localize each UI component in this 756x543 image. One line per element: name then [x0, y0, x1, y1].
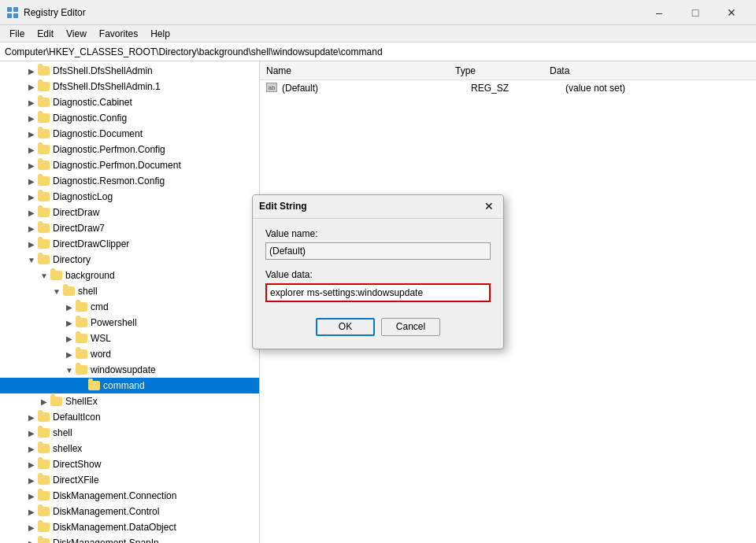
folder-icon — [76, 333, 88, 344]
expand-toggle[interactable]: ▶ — [25, 206, 38, 219]
tree-item-word[interactable]: ▶ word — [0, 346, 259, 362]
expand-toggle[interactable]: ▶ — [25, 127, 38, 140]
expand-toggle[interactable]: ▶ — [25, 537, 38, 543]
expand-toggle[interactable]: ▶ — [25, 112, 38, 124]
tree-item-diagnostic-config[interactable]: ▶ Diagnostic.Config — [0, 110, 259, 126]
menu-help[interactable]: Help — [144, 27, 176, 41]
tree-item-label: Diagnostic.Config — [53, 113, 127, 124]
tree-item-label: cmd — [91, 301, 109, 312]
tree-panel[interactable]: ▶ DfsShell.DfsShellAdmin ▶ DfsShell.DfsS… — [0, 61, 260, 543]
menu-view[interactable]: View — [60, 27, 93, 41]
tree-item-directdraw[interactable]: ▶ DirectDraw — [0, 205, 259, 220]
expand-toggle[interactable]: ▶ — [63, 316, 76, 329]
tree-item-diagnostic-perfmon-document[interactable]: ▶ Diagnostic.Perfmon.Document — [0, 157, 259, 173]
expand-toggle[interactable]: ▼ — [63, 364, 76, 376]
folder-icon — [38, 207, 50, 218]
tree-item-diskmgmt-snapin[interactable]: ▶ DiskManagement.SnapIn — [0, 535, 259, 543]
cancel-button[interactable]: Cancel — [381, 318, 440, 336]
tree-item-diagnostic-document[interactable]: ▶ Diagnostic.Document — [0, 126, 259, 142]
folder-icon — [38, 238, 50, 249]
table-row-default[interactable]: ab (Default) REG_SZ (value not set) — [260, 80, 756, 96]
folder-icon — [76, 364, 88, 375]
modal-close-button[interactable]: ✕ — [481, 198, 497, 214]
maximize-button[interactable]: □ — [677, 0, 713, 25]
expand-toggle[interactable]: ▼ — [25, 253, 38, 266]
folder-icon — [76, 349, 88, 360]
tree-item-label: DefaultIcon — [53, 412, 101, 423]
expand-toggle[interactable]: ▶ — [25, 411, 38, 423]
expand-toggle[interactable]: ▶ — [25, 175, 38, 187]
tree-item-label: background — [65, 270, 115, 281]
tree-item-diskmgmt-connection[interactable]: ▶ DiskManagement.Connection — [0, 488, 259, 504]
expand-toggle[interactable]: ▶ — [25, 427, 38, 439]
tree-item-dfsshelldfsshell1[interactable]: ▶ DfsShell.DfsShellAdmin.1 — [0, 79, 259, 94]
expand-toggle[interactable]: ▶ — [38, 395, 50, 408]
tree-item-label: Directory — [53, 254, 91, 265]
tree-item-diagnostic-perfmon-config[interactable]: ▶ Diagnostic.Perfmon.Config — [0, 142, 259, 157]
expand-toggle[interactable]: ▶ — [63, 332, 76, 345]
folder-icon — [50, 396, 63, 407]
expand-toggle[interactable]: ▶ — [25, 521, 38, 534]
tree-item-directxfile[interactable]: ▶ DirectXFile — [0, 472, 259, 488]
expand-toggle[interactable]: ▼ — [38, 269, 50, 282]
tree-item-diagnosticlog[interactable]: ▶ DiagnosticLog — [0, 189, 259, 205]
close-button[interactable]: ✕ — [713, 0, 750, 25]
tree-item-label: DfsShell.DfsShellAdmin.1 — [53, 81, 161, 92]
expand-toggle[interactable]: ▶ — [25, 190, 38, 203]
tree-item-windowsupdate[interactable]: ▼ windowsupdate — [0, 362, 259, 378]
tree-item-directshow[interactable]: ▶ DirectShow — [0, 456, 259, 472]
expand-toggle[interactable]: ▼ — [50, 285, 63, 297]
tree-item-diskmgmt-dataobject[interactable]: ▶ DiskManagement.DataObject — [0, 519, 259, 535]
tree-item-directory[interactable]: ▼ Directory — [0, 252, 259, 268]
tree-item-diskmgmt-control[interactable]: ▶ DiskManagement.Control — [0, 504, 259, 519]
tree-item-directdraw7[interactable]: ▶ DirectDraw7 — [0, 220, 259, 236]
modal-title: Edit String — [259, 201, 307, 212]
expand-toggle[interactable]: ▶ — [25, 80, 38, 93]
tree-item-cmd[interactable]: ▶ cmd — [0, 299, 259, 315]
tree-item-diagnostic-cabinet[interactable]: ▶ Diagnostic.Cabinet — [0, 94, 259, 110]
tree-item-directdrawclipper[interactable]: ▶ DirectDrawClipper — [0, 236, 259, 252]
value-data-input[interactable] — [265, 283, 491, 302]
menu-favorites[interactable]: Favorites — [93, 27, 144, 41]
tree-item-wsl[interactable]: ▶ WSL — [0, 331, 259, 346]
tree-item-shellex[interactable]: ▶ ShellEx — [0, 393, 259, 409]
menu-file[interactable]: File — [3, 27, 31, 41]
expand-toggle[interactable]: ▶ — [25, 238, 38, 250]
expand-toggle[interactable]: ▶ — [25, 442, 38, 455]
expand-toggle[interactable] — [76, 379, 88, 392]
tree-item-shell[interactable]: ▼ shell — [0, 283, 259, 299]
tree-item-command[interactable]: command — [0, 378, 259, 393]
menu-edit[interactable]: Edit — [31, 27, 60, 41]
title-bar-controls: – □ ✕ — [641, 0, 750, 25]
tree-item-label: word — [91, 349, 111, 360]
tree-item-shell2[interactable]: ▶ shell — [0, 425, 259, 441]
address-bar: Computer\HKEY_CLASSES_ROOT\Directory\bac… — [0, 42, 756, 61]
tree-item-label: Diagnostic.Perfmon.Config — [53, 144, 165, 155]
value-name-input[interactable] — [265, 242, 491, 260]
value-data-label: Value data: — [265, 269, 491, 280]
expand-toggle[interactable]: ▶ — [25, 65, 38, 77]
tree-item-label: DirectDraw — [53, 207, 99, 218]
expand-toggle[interactable]: ▶ — [25, 143, 38, 156]
folder-icon — [38, 65, 50, 76]
expand-toggle[interactable]: ▶ — [25, 159, 38, 172]
expand-toggle[interactable]: ▶ — [25, 505, 38, 518]
tree-item-defaulticon[interactable]: ▶ DefaultIcon — [0, 409, 259, 425]
tree-item-background[interactable]: ▼ background — [0, 268, 259, 283]
tree-item-powershell[interactable]: ▶ Powershell — [0, 315, 259, 331]
tree-item-dfsshelldfsshell[interactable]: ▶ DfsShell.DfsShellAdmin — [0, 63, 259, 79]
expand-toggle[interactable]: ▶ — [25, 222, 38, 235]
expand-toggle[interactable]: ▶ — [25, 474, 38, 486]
expand-toggle[interactable]: ▶ — [25, 489, 38, 502]
tree-item-shellex2[interactable]: ▶ shellex — [0, 441, 259, 456]
ok-button[interactable]: OK — [316, 318, 375, 336]
tree-item-diagnostic-resmon-config[interactable]: ▶ Diagnostic.Resmon.Config — [0, 173, 259, 189]
expand-toggle[interactable]: ▶ — [25, 96, 38, 109]
expand-toggle[interactable]: ▶ — [63, 348, 76, 360]
expand-toggle[interactable]: ▶ — [63, 301, 76, 313]
tree-item-label: DiskManagement.DataObject — [53, 522, 176, 533]
minimize-button[interactable]: – — [641, 0, 677, 25]
tree-item-label: DiskManagement.SnapIn — [53, 537, 159, 543]
expand-toggle[interactable]: ▶ — [25, 458, 38, 471]
tree-item-label: Diagnostic.Cabinet — [53, 97, 132, 108]
